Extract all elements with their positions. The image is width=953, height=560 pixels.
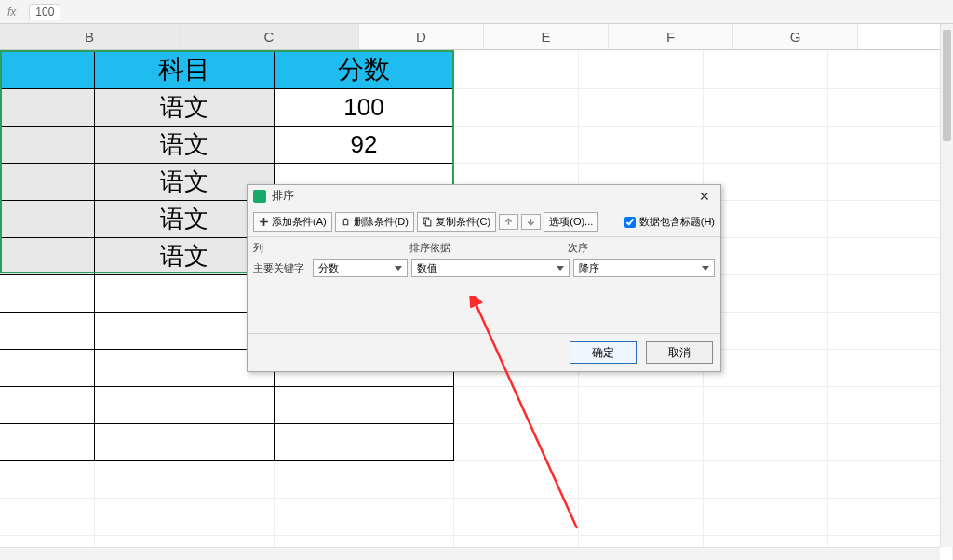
cell-D13[interactable] [454, 499, 579, 536]
cell-D10[interactable] [454, 387, 579, 424]
ok-button[interactable]: 确定 [570, 341, 637, 364]
cell-subject-header[interactable]: 科目 [95, 50, 275, 89]
sort-column-value: 分数 [318, 261, 339, 275]
cell-A3[interactable] [0, 127, 95, 164]
cell-G11[interactable] [828, 424, 953, 461]
cell-E11[interactable] [579, 424, 704, 461]
cell-A10[interactable] [0, 387, 95, 424]
cell-G10[interactable] [828, 387, 953, 424]
cell-F9[interactable] [704, 350, 828, 387]
cell-subject-2[interactable]: 语文 [95, 89, 275, 127]
cell-D12[interactable] [454, 461, 579, 499]
primary-key-label: 主要关键字 [253, 261, 309, 275]
cell-D2[interactable] [454, 89, 579, 127]
sort-dialog: 排序 ✕ 添加条件(A) 删除条件(D) 复制条件(C) 选项(O)... 数据… [247, 184, 721, 372]
move-down-button[interactable] [521, 214, 541, 230]
cell-F4[interactable] [704, 164, 828, 201]
cell-F1[interactable] [704, 50, 828, 89]
cell-E12[interactable] [579, 461, 704, 499]
cell-A11[interactable] [0, 424, 95, 461]
cell-D11[interactable] [454, 424, 579, 461]
delete-condition-button[interactable]: 删除条件(D) [335, 212, 414, 232]
cell-A2[interactable] [0, 89, 95, 127]
cell-D1[interactable] [454, 50, 579, 89]
cell-F12[interactable] [704, 461, 828, 499]
cell-A9[interactable] [0, 350, 95, 387]
cell-G12[interactable] [828, 461, 953, 499]
cell-G2[interactable] [828, 89, 953, 127]
cell-A13[interactable] [0, 499, 95, 536]
cell-F3[interactable] [704, 127, 828, 164]
sort-column-combo[interactable]: 分数 [313, 259, 408, 277]
cell-C13[interactable] [275, 499, 454, 536]
copy-condition-button[interactable]: 复制条件(C) [417, 212, 496, 232]
formula-bar-value[interactable]: 100 [29, 4, 60, 20]
col-header-B[interactable]: B [0, 24, 180, 49]
cell-G8[interactable] [828, 313, 953, 350]
dialog-titlebar[interactable]: 排序 ✕ [248, 185, 720, 207]
cell-F8[interactable] [704, 313, 828, 350]
cell-F6[interactable] [704, 238, 828, 275]
cell-F11[interactable] [704, 424, 828, 461]
col-header-D[interactable]: D [359, 24, 484, 49]
cell-E13[interactable] [579, 499, 704, 536]
cell-C10[interactable] [275, 387, 454, 424]
col-header-G[interactable]: G [733, 24, 858, 49]
cell-C11[interactable] [275, 424, 454, 461]
sort-order-combo[interactable]: 降序 [573, 259, 715, 277]
cell-F5[interactable] [704, 201, 828, 238]
cell-A12[interactable] [0, 461, 95, 499]
cell-score-2[interactable]: 100 [275, 89, 454, 127]
cell-E10[interactable] [579, 387, 704, 424]
has-header-checkbox-input[interactable] [624, 217, 636, 228]
cell-E2[interactable] [579, 89, 704, 127]
cell-G5[interactable] [828, 201, 953, 238]
cell-A8[interactable] [0, 313, 95, 350]
plus-icon [259, 217, 269, 227]
sort-basis-combo[interactable]: 数值 [411, 259, 570, 277]
arrow-down-icon [526, 217, 536, 227]
cell-G6[interactable] [828, 238, 953, 275]
cell-subject-3[interactable]: 语文 [95, 127, 275, 164]
col-header-F[interactable]: F [609, 24, 733, 49]
cell-E1[interactable] [579, 50, 704, 89]
copy-condition-label: 复制条件(C) [436, 215, 490, 229]
options-button[interactable]: 选项(O)... [544, 212, 598, 232]
col-header-C[interactable]: C [180, 24, 359, 49]
cell-D3[interactable] [454, 127, 579, 164]
cell-F2[interactable] [704, 89, 828, 127]
cell-F10[interactable] [704, 387, 828, 424]
add-condition-button[interactable]: 添加条件(A) [253, 212, 332, 232]
cancel-button[interactable]: 取消 [646, 341, 713, 364]
cell-score-header[interactable]: 分数 [275, 50, 454, 89]
cell-A7[interactable] [0, 275, 95, 313]
cell-A-header[interactable] [0, 50, 95, 89]
cell-B10[interactable] [95, 387, 275, 424]
cell-E3[interactable] [579, 127, 704, 164]
cell-G4[interactable] [828, 164, 953, 201]
cell-A6[interactable] [0, 238, 95, 275]
vertical-scrollbar[interactable] [940, 24, 953, 547]
cell-A5[interactable] [0, 201, 95, 238]
cell-G13[interactable] [828, 499, 953, 536]
column-headers-row: B C D E F G [0, 24, 953, 50]
cell-score-3[interactable]: 92 [275, 127, 454, 164]
horizontal-scrollbar[interactable] [0, 547, 940, 560]
cell-G3[interactable] [828, 127, 953, 164]
header-column: 列 [253, 241, 409, 255]
move-up-button[interactable] [499, 214, 518, 230]
cell-B12[interactable] [95, 461, 275, 499]
cell-F13[interactable] [704, 499, 828, 536]
vertical-scrollbar-thumb[interactable] [943, 30, 951, 141]
has-header-checkbox[interactable]: 数据包含标题(H) [624, 215, 715, 229]
close-icon[interactable]: ✕ [694, 188, 715, 205]
cell-B11[interactable] [95, 424, 275, 461]
cell-F7[interactable] [704, 275, 828, 313]
cell-G1[interactable] [828, 50, 953, 89]
cell-C12[interactable] [275, 461, 454, 499]
cell-A4[interactable] [0, 164, 95, 201]
col-header-E[interactable]: E [484, 24, 609, 49]
cell-G7[interactable] [828, 275, 953, 313]
cell-G9[interactable] [828, 350, 953, 387]
cell-B13[interactable] [95, 499, 275, 536]
